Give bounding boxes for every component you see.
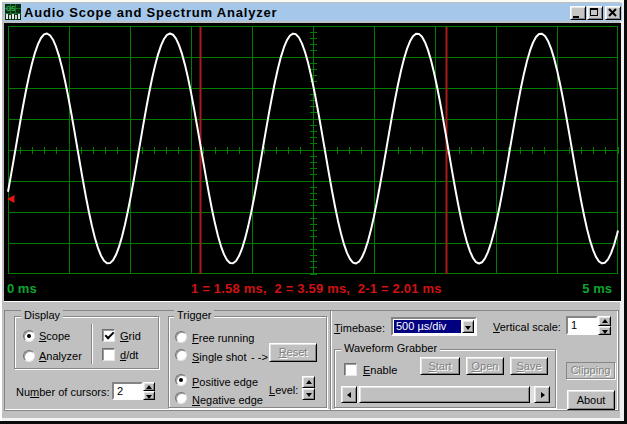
- svg-text:OS: OS: [6, 5, 16, 12]
